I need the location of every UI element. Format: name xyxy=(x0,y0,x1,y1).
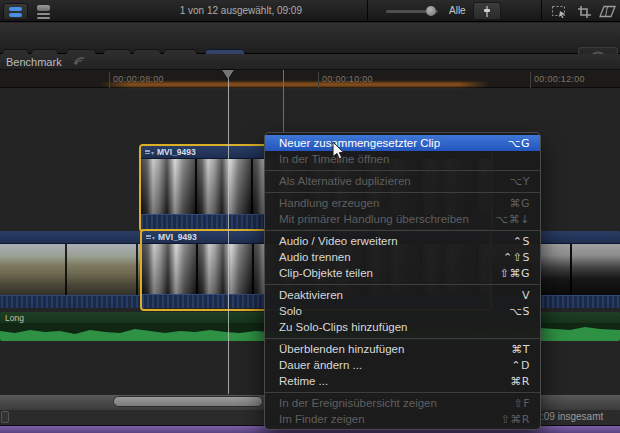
scrollbar-thumb[interactable] xyxy=(113,396,263,407)
menu-item-expand-audio-video[interactable]: Audio / Video erweitern ⌃S xyxy=(265,233,540,249)
playhead-handle-icon[interactable] xyxy=(222,70,234,79)
fcpx-window: 1 von 12 ausgewählt, 09:09 Alle xyxy=(0,0,620,433)
menu-item-label: Zu Solo-Clips hinzufügen xyxy=(279,321,408,333)
menu-item-label: Deaktivieren xyxy=(279,289,343,301)
menu-item-label: Solo xyxy=(279,305,302,317)
timeline-index-icon xyxy=(9,7,22,17)
menu-item-retime[interactable]: Retime ... ⌘R xyxy=(265,373,540,389)
menu-item-reveal-in-event-browser: In der Ereignisübersicht zeigen ⇧F xyxy=(265,395,540,411)
menu-item-shortcut: ⇧F xyxy=(513,397,530,410)
menu-separator xyxy=(265,338,540,339)
menu-item-change-duration[interactable]: Dauer ändern ... ⌃D xyxy=(265,357,540,373)
distort-icon xyxy=(599,5,616,18)
menu-item-shortcut: ⌥⌘↓ xyxy=(496,213,530,226)
ruler-timecode: 00:00:08:00 xyxy=(113,74,164,84)
menu-item-duplicate-as-alternative: Als Alternative duplizieren ⌥Y xyxy=(265,173,540,189)
pane-divider-2 xyxy=(541,0,542,22)
ruler-timecode: 00:00:10:00 xyxy=(322,74,373,84)
menu-item-label: Audio / Video erweitern xyxy=(279,235,398,247)
timeline-header: Benchmark xyxy=(0,54,620,70)
menu-item-label: Als Alternative duplizieren xyxy=(279,175,411,187)
menu-separator xyxy=(265,392,540,393)
menu-item-shortcut: ⌥G xyxy=(508,137,530,150)
menu-item-label: In der Ereignisübersicht zeigen xyxy=(279,397,437,409)
clip-name: MVI_9493 xyxy=(158,232,197,242)
clip-menu-icon: ▾ xyxy=(146,234,155,241)
clip-titlebar xyxy=(0,231,140,244)
transform-icon xyxy=(551,5,567,18)
playhead[interactable] xyxy=(228,70,229,394)
menu-item-create-storyline: Handlung erzeugen ⌘G xyxy=(265,195,540,211)
timeline-index-button[interactable] xyxy=(3,3,28,20)
menu-item-shortcut: ⌃D xyxy=(511,359,530,372)
total-duration-label: :09 insgesamt xyxy=(541,411,603,422)
menu-item-disable[interactable]: Deaktivieren V xyxy=(265,287,540,303)
menu-separator xyxy=(265,284,540,285)
menu-item-label: Im Finder zeigen xyxy=(279,413,365,425)
menu-item-reveal-in-finder: Im Finder zeigen ⇧⌘R xyxy=(265,411,540,427)
audio-clip-name: Long xyxy=(5,313,24,323)
mouse-cursor-icon xyxy=(332,141,346,165)
ruler-timecode: 00:00:12:00 xyxy=(534,74,585,84)
menu-item-label: Clip-Objekte teilen xyxy=(279,267,373,279)
clip-context-menu: Neuer zusammengesetzter Clip ⌥G In der T… xyxy=(264,132,541,430)
selection-status: 1 von 12 ausgewählt, 09:09 xyxy=(90,5,302,16)
menu-item-shortcut: ⌥S xyxy=(509,305,530,318)
menu-item-add-to-solo-clips[interactable]: Zu Solo-Clips hinzufügen xyxy=(265,319,540,335)
menu-item-shortcut: ⌃S xyxy=(513,235,530,248)
menu-item-shortcut: ⇧⌘R xyxy=(501,413,530,426)
menu-item-shortcut: ⌘G xyxy=(509,197,530,210)
audio-fader-button[interactable] xyxy=(473,2,501,20)
menu-item-break-apart-clip-items[interactable]: Clip-Objekte teilen ⇧⌘G xyxy=(265,265,540,281)
menu-item-label: Neuer zusammengesetzter Clip xyxy=(279,137,440,149)
clip-filmstrip xyxy=(0,244,140,295)
menu-item-solo[interactable]: Solo ⌥S xyxy=(265,303,540,319)
ruler-tick xyxy=(318,72,319,88)
timeline-corner-button[interactable] xyxy=(1,411,9,423)
menu-item-shortcut: ⌃⇧S xyxy=(503,251,530,264)
pane-divider xyxy=(367,0,368,22)
menu-item-shortcut: V xyxy=(522,289,530,302)
clip-menu-icon: ▾ xyxy=(145,149,154,156)
menu-item-label: Audio trennen xyxy=(279,251,351,263)
menu-separator xyxy=(265,192,540,193)
menu-separator xyxy=(265,170,540,171)
ruler-tick xyxy=(530,72,531,88)
menu-item-overwrite-to-primary: Mit primärer Handlung überschreiben ⌥⌘↓ xyxy=(265,211,540,227)
menu-item-label: Überblenden hinzufügen xyxy=(279,343,404,355)
top-toolbar: 1 von 12 ausgewählt, 09:09 Alle xyxy=(0,0,620,22)
clip-appearance-button[interactable] xyxy=(31,3,56,20)
crop-button[interactable] xyxy=(573,3,595,20)
project-name: Benchmark xyxy=(6,56,62,68)
ruler-tick xyxy=(109,72,110,88)
menu-item-label: Handlung erzeugen xyxy=(279,197,379,209)
menu-item-shortcut: ⇧⌘G xyxy=(500,267,530,280)
menu-item-shortcut: ⌥Y xyxy=(510,175,530,188)
filter-label: Alle xyxy=(449,5,466,16)
menu-item-open-in-timeline: In der Timeline öffnen xyxy=(265,151,540,167)
menu-item-shortcut: ⌘T xyxy=(511,343,530,356)
clip-audio-waveform xyxy=(0,295,140,308)
menu-item-new-compound-clip[interactable]: Neuer zusammengesetzter Clip ⌥G xyxy=(265,135,540,151)
menu-separator xyxy=(265,230,540,231)
broadcast-icon xyxy=(69,51,88,72)
menu-item-label: Retime ... xyxy=(279,375,328,387)
menu-item-label: Mit primärer Handlung überschreiben xyxy=(279,213,469,225)
skimmer xyxy=(283,70,284,133)
fader-icon xyxy=(480,5,494,18)
menu-item-detach-audio[interactable]: Audio trennen ⌃⇧S xyxy=(265,249,540,265)
distort-button[interactable] xyxy=(597,3,618,20)
timeline-ruler[interactable]: 00:00:08:00 00:00:10:00 00:00:12:00 xyxy=(0,70,620,88)
filter-slider-knob[interactable] xyxy=(426,6,436,16)
menu-item-shortcut: ⌘R xyxy=(510,375,530,388)
edit-toolbar: ★ ✕ xyxy=(0,23,620,54)
list-view-icon xyxy=(37,5,50,19)
menu-item-label: Dauer ändern ... xyxy=(279,359,362,371)
transform-button[interactable] xyxy=(548,3,570,20)
crop-icon xyxy=(577,5,592,19)
clip-name: MVI_9493 xyxy=(157,147,196,157)
storyline-clip-aerial[interactable] xyxy=(0,231,140,309)
menu-item-add-cross-dissolve[interactable]: Überblenden hinzufügen ⌘T xyxy=(265,341,540,357)
